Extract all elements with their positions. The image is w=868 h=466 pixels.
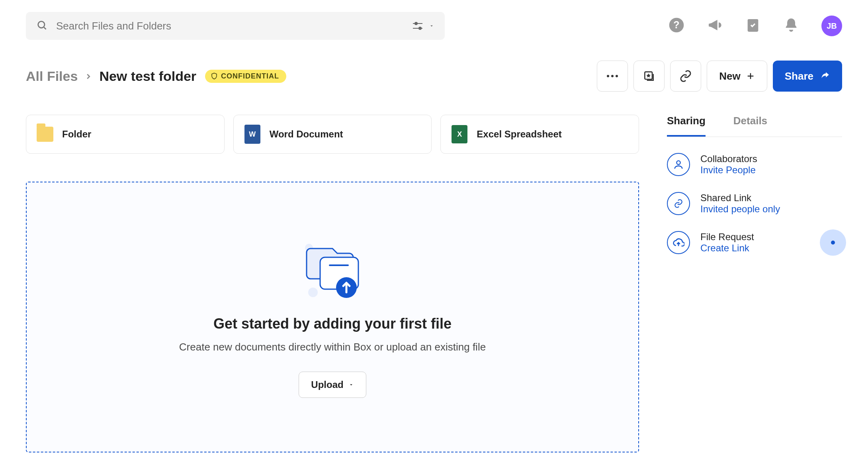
tab-sharing[interactable]: Sharing: [667, 115, 706, 137]
svg-point-15: [308, 288, 318, 297]
invite-people-link[interactable]: Invite People: [700, 164, 757, 176]
breadcrumb: All Files New test folder CONFIDENTIAL: [26, 69, 286, 84]
collaborators-row: Collaborators Invite People: [667, 153, 842, 176]
announcements-icon[interactable]: [707, 17, 723, 35]
svg-point-3: [415, 22, 417, 25]
new-button[interactable]: New: [707, 61, 767, 92]
upload-dropzone[interactable]: Get started by adding your first file Cr…: [26, 182, 639, 452]
chevron-right-icon: [84, 69, 93, 84]
upload-button[interactable]: Upload: [299, 372, 366, 398]
share-button-label: Share: [785, 70, 813, 82]
share-button[interactable]: Share: [773, 61, 842, 92]
svg-point-11: [616, 75, 618, 77]
copy-link-button[interactable]: [670, 61, 701, 92]
word-doc-icon: [244, 126, 261, 143]
panel-item-label: Shared Link: [700, 192, 780, 204]
help-icon[interactable]: ?: [669, 17, 684, 35]
search-icon: [36, 20, 47, 32]
create-excel-card[interactable]: Excel Spreadsheet: [440, 115, 639, 154]
search-bar[interactable]: [26, 12, 445, 40]
upload-button-label: Upload: [311, 379, 343, 390]
dropzone-title: Get started by adding your first file: [213, 315, 452, 332]
person-icon: [667, 153, 690, 176]
svg-point-9: [607, 75, 609, 77]
tasks-icon[interactable]: [745, 17, 761, 35]
file-request-row: File Request Create Link: [667, 231, 842, 254]
folder-icon: [37, 126, 53, 143]
panel-item-label: Collaborators: [700, 153, 757, 164]
new-button-label: New: [719, 70, 740, 82]
hint-indicator-icon[interactable]: [820, 229, 846, 256]
card-label: Word Document: [270, 129, 343, 140]
user-avatar[interactable]: JB: [821, 16, 842, 36]
svg-point-0: [38, 22, 45, 28]
panel-item-label: File Request: [700, 231, 754, 243]
create-word-card[interactable]: Word Document: [233, 115, 432, 154]
card-label: Folder: [62, 129, 91, 140]
svg-text:?: ?: [673, 19, 679, 30]
svg-point-20: [676, 161, 680, 164]
classification-badge: CONFIDENTIAL: [205, 70, 286, 83]
create-folder-card[interactable]: Folder: [26, 115, 225, 154]
breadcrumb-root[interactable]: All Files: [26, 69, 78, 84]
add-to-collection-button[interactable]: [633, 61, 665, 92]
shared-link-settings-link[interactable]: Invited people only: [700, 204, 780, 215]
excel-doc-icon: [451, 126, 468, 143]
classification-badge-label: CONFIDENTIAL: [221, 72, 279, 80]
search-input[interactable]: [56, 20, 412, 32]
cloud-upload-icon: [667, 231, 690, 254]
breadcrumb-current: New test folder: [99, 69, 196, 84]
svg-point-5: [419, 27, 421, 29]
avatar-initials: JB: [827, 22, 837, 31]
notifications-icon[interactable]: [783, 17, 799, 35]
tab-details[interactable]: Details: [733, 115, 767, 137]
svg-point-10: [611, 75, 614, 77]
more-options-button[interactable]: [597, 61, 628, 92]
dropzone-subtitle: Create new documents directly within Box…: [179, 341, 486, 353]
shared-link-row: Shared Link Invited people only: [667, 192, 842, 215]
card-label: Excel Spreadsheet: [477, 129, 561, 140]
svg-line-1: [44, 27, 46, 29]
link-icon: [667, 192, 690, 215]
create-file-request-link[interactable]: Create Link: [700, 243, 754, 254]
upload-illustration-icon: [299, 237, 366, 302]
search-filter-button[interactable]: [412, 21, 434, 31]
